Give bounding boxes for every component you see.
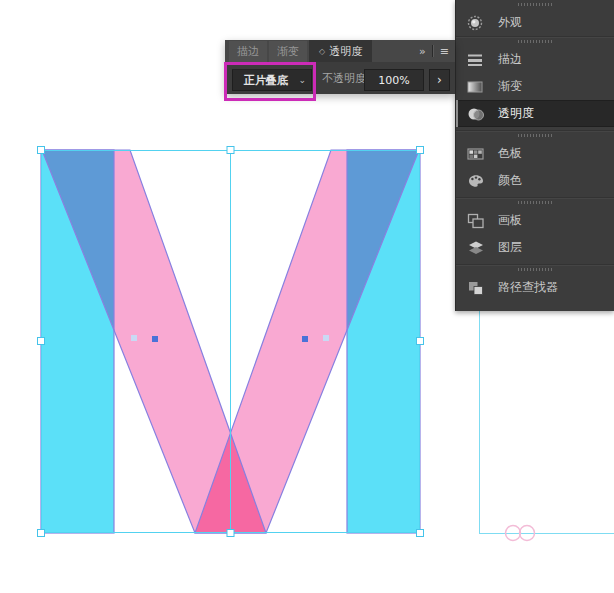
artwork-letter-m[interactable] — [41, 150, 420, 533]
stroke-icon — [467, 52, 489, 68]
gradient-icon — [467, 79, 489, 95]
chevron-down-icon: ⌄ — [298, 75, 311, 85]
tab-stroke-label: 描边 — [237, 44, 259, 59]
dock-label: 渐变 — [498, 78, 522, 95]
appearance-icon — [467, 15, 489, 31]
group-grip[interactable] — [456, 265, 614, 274]
dock-item-stroke[interactable]: 描边 — [456, 46, 614, 73]
blend-mode-dropdown[interactable]: 正片叠底 ⌄ — [232, 69, 312, 91]
dock-group-artboards-layers: 画板 图层 — [456, 197, 614, 264]
handle-top-left — [38, 147, 45, 154]
dock-group-swatches-color: 色板 颜色 — [456, 130, 614, 197]
opacity-input[interactable]: 100% — [364, 69, 424, 91]
panel-menu-icon[interactable]: ≡ — [434, 46, 455, 57]
handle-bottom-center — [227, 530, 234, 537]
center-point-faint-left — [131, 335, 137, 341]
center-point-left[interactable] — [152, 336, 158, 342]
group-grip[interactable] — [456, 37, 614, 46]
dock-group-stroke-gradient-transparency: 描边 渐变 透明度 — [456, 36, 614, 130]
collapse-panel-icon[interactable]: » — [413, 46, 432, 57]
dock-label: 色板 — [498, 145, 522, 162]
dock-item-gradient[interactable]: 渐变 — [456, 73, 614, 100]
dock-label: 图层 — [498, 239, 522, 256]
dock-group-appearance: 外观 — [456, 0, 614, 36]
handle-bottom-right — [417, 530, 424, 537]
panel-tabbar: 描边 渐变 ◇ 透明度 » ≡ — [225, 40, 455, 62]
handle-mid-right — [417, 338, 424, 345]
transparency-icon — [467, 106, 489, 122]
dock-group-pathfinder: 路径查找器 — [456, 264, 614, 304]
group-grip[interactable] — [456, 198, 614, 207]
swatches-icon — [467, 146, 489, 162]
handle-top-right — [417, 147, 424, 154]
tab-gradient[interactable]: 渐变 — [269, 41, 307, 62]
layers-icon — [467, 240, 489, 256]
dock-label: 透明度 — [498, 105, 534, 122]
panel-dock: 外观 描边 渐变 — [455, 0, 614, 311]
dock-item-swatches[interactable]: 色板 — [456, 140, 614, 167]
dock-item-pathfinder[interactable]: 路径查找器 — [456, 274, 614, 301]
dock-label: 描边 — [498, 51, 522, 68]
color-icon — [467, 173, 489, 189]
group-grip[interactable] — [456, 131, 614, 140]
tab-transparency-label: 透明度 — [329, 44, 362, 59]
center-point-faint-right — [323, 335, 329, 341]
center-point-right[interactable] — [302, 336, 308, 342]
handle-mid-left — [38, 338, 45, 345]
blend-mode-value: 正片叠底 — [233, 73, 298, 88]
transparency-panel: 描边 渐变 ◇ 透明度 » ≡ 正片叠底 ⌄ 不透明度 : 100% › — [225, 40, 455, 94]
group-grip[interactable] — [456, 0, 614, 9]
tab-transparency[interactable]: ◇ 透明度 — [309, 40, 372, 62]
tab-stroke[interactable]: 描边 — [229, 41, 267, 62]
artboard-edge-vertical — [479, 311, 480, 533]
opacity-stepper-button[interactable]: › — [429, 69, 450, 91]
dock-label: 路径查找器 — [498, 279, 558, 296]
dock-label: 外观 — [498, 14, 522, 31]
tab-gradient-label: 渐变 — [277, 44, 299, 59]
dock-item-transparency[interactable]: 透明度 — [456, 100, 614, 127]
tabbar-controls: » ≡ — [413, 40, 455, 62]
dock-item-layers[interactable]: 图层 — [456, 234, 614, 261]
dock-item-artboards[interactable]: 画板 — [456, 207, 614, 234]
dock-label: 颜色 — [498, 172, 522, 189]
artboards-icon — [467, 213, 489, 229]
dock-item-color[interactable]: 颜色 — [456, 167, 614, 194]
pathfinder-icon — [467, 280, 489, 296]
transparency-panel-body: 正片叠底 ⌄ 不透明度 : 100% › — [225, 62, 455, 94]
handle-top-center — [227, 147, 234, 154]
ghost-circles-outline — [498, 522, 542, 544]
handle-bottom-left — [38, 530, 45, 537]
dock-item-appearance[interactable]: 外观 — [456, 9, 614, 36]
cycle-panel-icon: ◇ — [319, 47, 325, 56]
dock-label: 画板 — [498, 212, 522, 229]
